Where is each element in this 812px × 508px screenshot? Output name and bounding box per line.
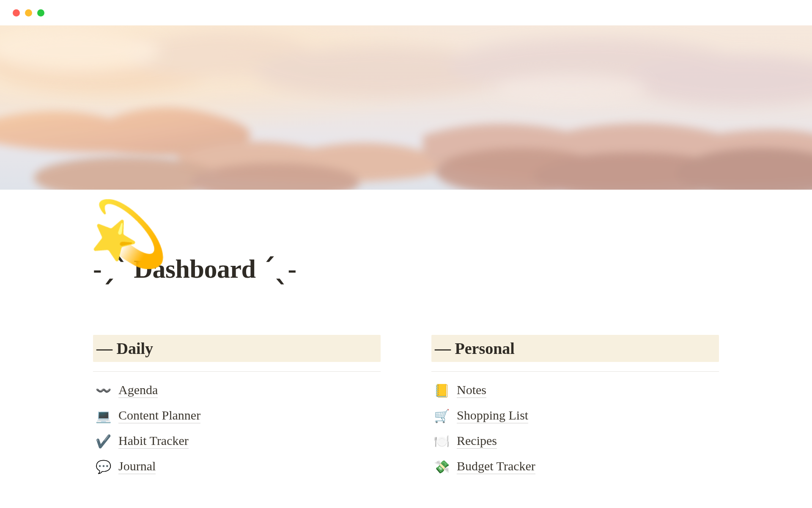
page-link-label: Recipes [457,433,497,449]
page-link-label: Journal [118,459,156,474]
content-columns: — Daily 〰️ Agenda 💻 Content Planner ✔️ H… [93,335,719,479]
page-link-label: Notes [457,383,486,398]
page-link-notes[interactable]: 📒 Notes [431,378,719,403]
wave-icon: 〰️ [96,383,112,398]
page-icon[interactable]: 💫 [89,202,168,266]
page-link-content-planner[interactable]: 💻 Content Planner [93,403,381,428]
page-link-label: Content Planner [118,408,200,423]
column-daily: — Daily 〰️ Agenda 💻 Content Planner ✔️ H… [93,335,381,479]
laptop-icon: 💻 [96,409,112,423]
cover-image[interactable] [0,25,812,190]
page-title[interactable]: -ˏˋ Dashboard ˊˎ- [93,253,719,284]
speech-icon: 💬 [96,459,112,474]
svg-point-13 [495,74,647,104]
page-link-recipes[interactable]: 🍽️ Recipes [431,428,719,454]
plate-icon: 🍽️ [434,434,451,449]
window-close-button[interactable] [13,9,20,17]
divider [431,371,719,372]
section-heading-daily[interactable]: — Daily [93,335,381,362]
money-icon: 💸 [434,459,451,474]
page-link-label: Budget Tracker [457,459,535,474]
page-link-label: Habit Tracker [118,433,189,449]
window-minimize-button[interactable] [25,9,32,17]
check-icon: ✔️ [96,434,112,449]
page-link-label: Shopping List [457,408,528,423]
notebook-icon: 📒 [434,383,451,398]
section-heading-personal[interactable]: — Personal [431,335,719,362]
page-link-journal[interactable]: 💬 Journal [93,454,381,479]
window-titlebar [0,0,812,25]
window-maximize-button[interactable] [37,9,44,17]
divider [93,371,381,372]
column-personal: — Personal 📒 Notes 🛒 Shopping List 🍽️ Re… [431,335,719,479]
page-link-budget-tracker[interactable]: 💸 Budget Tracker [431,454,719,479]
page-link-habit-tracker[interactable]: ✔️ Habit Tracker [93,428,381,454]
page-link-label: Agenda [118,383,158,398]
page-link-agenda[interactable]: 〰️ Agenda [93,378,381,403]
page-link-shopping-list[interactable]: 🛒 Shopping List [431,403,719,428]
cart-icon: 🛒 [434,409,451,423]
